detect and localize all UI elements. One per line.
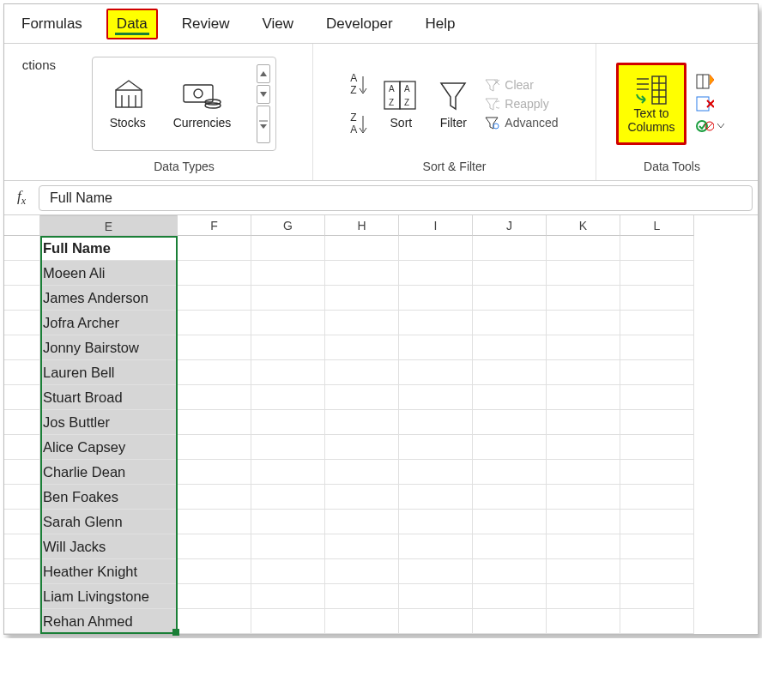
cell[interactable] (251, 261, 325, 286)
row-stub[interactable] (4, 534, 40, 559)
cell[interactable] (620, 584, 694, 609)
cell[interactable] (473, 286, 547, 311)
cell[interactable] (399, 385, 473, 410)
cell[interactable] (473, 485, 547, 510)
tab-developer[interactable]: Developer (318, 10, 402, 38)
cell[interactable] (620, 510, 694, 534)
cell[interactable] (473, 261, 547, 286)
cell[interactable] (547, 311, 620, 335)
cell[interactable] (473, 510, 547, 534)
cell[interactable] (547, 609, 620, 634)
cell[interactable] (325, 286, 399, 311)
cell[interactable] (399, 311, 473, 335)
cell[interactable]: Jonny Bairstow (40, 335, 178, 360)
cell[interactable] (399, 584, 473, 609)
sort-desc-button[interactable]: ZA (350, 112, 367, 136)
fx-icon[interactable]: fx (4, 188, 39, 208)
cell[interactable] (620, 410, 694, 435)
colhead-L[interactable]: L (620, 215, 694, 236)
cell[interactable] (325, 584, 399, 609)
cell[interactable] (473, 584, 547, 609)
cell[interactable] (178, 335, 251, 360)
text-to-columns-button[interactable]: Text to Columns (624, 70, 678, 137)
cell[interactable] (325, 385, 399, 410)
cell[interactable]: Charlie Dean (40, 460, 178, 485)
cell[interactable] (251, 485, 325, 510)
cell[interactable]: James Anderson (40, 286, 178, 311)
cell[interactable] (251, 311, 325, 335)
colhead-J[interactable]: J (473, 215, 547, 236)
cell[interactable] (251, 584, 325, 609)
cell[interactable] (178, 286, 251, 311)
row-stub[interactable] (4, 460, 40, 485)
cell[interactable] (473, 559, 547, 584)
cell[interactable] (325, 335, 399, 360)
row-stub[interactable] (4, 385, 40, 410)
cell[interactable] (620, 534, 694, 559)
cell[interactable] (251, 609, 325, 634)
row-stub[interactable] (4, 510, 40, 534)
cell[interactable] (547, 485, 620, 510)
cell[interactable] (547, 236, 620, 261)
tab-review[interactable]: Review (173, 10, 239, 38)
cell[interactable] (325, 559, 399, 584)
spreadsheet-grid[interactable]: E F G H I J K L Full NameMoeen AliJames … (4, 215, 758, 634)
select-all-corner[interactable] (4, 215, 40, 236)
gallery-more[interactable] (257, 106, 270, 143)
cell[interactable] (547, 510, 620, 534)
row-stub[interactable] (4, 559, 40, 584)
cell[interactable] (547, 360, 620, 385)
data-validation-button[interactable] (695, 118, 724, 135)
cell[interactable] (251, 435, 325, 460)
tab-data[interactable]: Data (106, 9, 158, 39)
cell[interactable] (473, 385, 547, 410)
cell[interactable] (473, 534, 547, 559)
cell[interactable]: Rehan Ahmed (40, 609, 178, 634)
currencies-button[interactable]: Currencies (170, 75, 235, 133)
cell[interactable]: Full Name (40, 236, 178, 261)
cell[interactable] (620, 286, 694, 311)
cell[interactable] (399, 534, 473, 559)
cell[interactable] (251, 460, 325, 485)
row-stub[interactable] (4, 435, 40, 460)
row-stub[interactable] (4, 261, 40, 286)
cell[interactable] (399, 485, 473, 510)
cell[interactable]: Jos Buttler (40, 410, 178, 435)
cell[interactable] (473, 335, 547, 360)
gallery-up[interactable] (257, 64, 270, 83)
cell[interactable] (473, 236, 547, 261)
cell[interactable] (620, 261, 694, 286)
cell[interactable] (178, 385, 251, 410)
gallery-down[interactable] (257, 85, 270, 104)
cell[interactable]: Moeen Ali (40, 261, 178, 286)
cell[interactable] (178, 584, 251, 609)
cell[interactable] (178, 261, 251, 286)
cell[interactable] (547, 385, 620, 410)
cell[interactable] (178, 360, 251, 385)
cell[interactable]: Stuart Broad (40, 385, 178, 410)
cell[interactable] (399, 460, 473, 485)
row-stub[interactable] (4, 410, 40, 435)
cell[interactable] (547, 435, 620, 460)
cell[interactable] (399, 261, 473, 286)
cell[interactable] (547, 335, 620, 360)
cell[interactable] (399, 236, 473, 261)
cell[interactable] (325, 360, 399, 385)
cell[interactable] (251, 559, 325, 584)
cell[interactable] (178, 460, 251, 485)
row-stub[interactable] (4, 609, 40, 634)
filter-button[interactable]: Filter (434, 75, 472, 133)
cell[interactable] (325, 261, 399, 286)
cell[interactable]: Heather Knight (40, 559, 178, 584)
cell[interactable]: Lauren Bell (40, 360, 178, 385)
row-stub[interactable] (4, 236, 40, 261)
cell[interactable] (473, 311, 547, 335)
cell[interactable] (620, 360, 694, 385)
flash-fill-button[interactable] (695, 73, 724, 90)
cell[interactable] (325, 485, 399, 510)
cell[interactable]: Ben Foakes (40, 485, 178, 510)
cell[interactable] (325, 510, 399, 534)
cell[interactable] (547, 261, 620, 286)
cell[interactable] (178, 534, 251, 559)
cell[interactable] (325, 435, 399, 460)
